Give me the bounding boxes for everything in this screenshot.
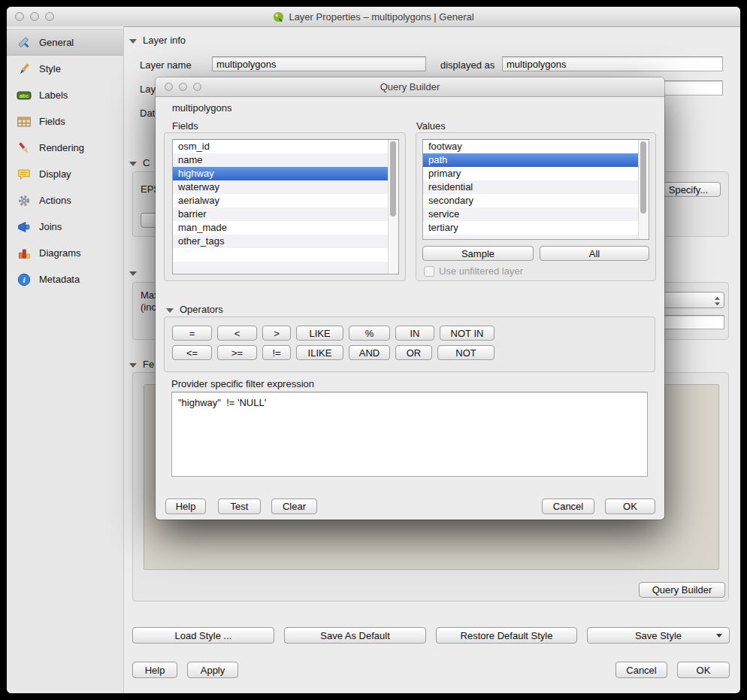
- sidebar-item-label: Fields: [39, 116, 65, 127]
- query-builder-dialog: Query Builder multipolygons Fields osm_i…: [156, 77, 664, 520]
- sidebar-item-display[interactable]: Display: [7, 161, 123, 187]
- operator-button[interactable]: NOT IN: [440, 326, 494, 341]
- labels-icon: abc: [16, 87, 32, 104]
- actions-icon: [16, 192, 32, 209]
- cancel-button[interactable]: Cancel: [615, 662, 667, 678]
- value-row-selected[interactable]: path: [423, 153, 649, 167]
- sidebar-item-label: Style: [39, 63, 61, 74]
- layer-name-input[interactable]: multipolygons: [212, 56, 426, 71]
- layer-info-header[interactable]: Layer info: [129, 35, 186, 46]
- dialog-titlebar[interactable]: Query Builder: [156, 77, 664, 97]
- dialog-ok-button[interactable]: OK: [605, 498, 655, 514]
- field-row[interactable]: barrier: [173, 208, 398, 221]
- window-title: Layer Properties – multipolygons | Gener…: [289, 11, 473, 23]
- scale-visibility-header[interactable]: [129, 270, 137, 276]
- operator-button[interactable]: ILIKE: [296, 345, 343, 360]
- help-button[interactable]: Help: [132, 662, 177, 678]
- operators-row-2: <= >= != ILIKE AND OR NOT: [172, 345, 494, 360]
- collapse-triangle-icon: [129, 363, 137, 368]
- sidebar-item-actions[interactable]: Actions: [7, 187, 123, 214]
- field-row[interactable]: other_tags: [173, 235, 398, 248]
- svg-text:i: i: [23, 275, 25, 284]
- field-row[interactable]: waterway: [173, 180, 398, 194]
- operator-button[interactable]: OR: [395, 345, 432, 360]
- operators-row-1: = < > LIKE % IN NOT IN: [172, 326, 494, 341]
- filter-expression-textarea[interactable]: "highway" != 'NULL': [171, 392, 648, 477]
- checkbox-icon[interactable]: [424, 266, 434, 277]
- operator-button[interactable]: %: [349, 326, 390, 341]
- value-row[interactable]: tertiary: [423, 221, 649, 235]
- sidebar-item-joins[interactable]: Joins: [7, 214, 123, 240]
- style-icon: [16, 61, 32, 77]
- use-unfiltered-checkbox[interactable]: Use unfiltered layer: [424, 265, 523, 277]
- sidebar: General Style abc Labels Fields Renderin…: [7, 26, 124, 693]
- operator-button[interactable]: =: [172, 326, 212, 341]
- field-row[interactable]: name: [173, 153, 398, 167]
- value-row[interactable]: residential: [423, 180, 649, 194]
- load-style-button[interactable]: Load Style ...: [132, 627, 274, 644]
- sidebar-item-diagrams[interactable]: Diagrams: [7, 240, 123, 266]
- window-titlebar[interactable]: Layer Properties – multipolygons | Gener…: [7, 7, 740, 27]
- rendering-icon: [16, 140, 32, 156]
- fields-scrollbar[interactable]: [388, 140, 398, 274]
- apply-button[interactable]: Apply: [187, 662, 238, 678]
- sidebar-item-label: Metadata: [39, 274, 80, 285]
- ok-button[interactable]: OK: [677, 662, 730, 678]
- sidebar-item-label: Rendering: [39, 142, 84, 153]
- dialog-cancel-button[interactable]: Cancel: [542, 498, 594, 514]
- operator-button[interactable]: <=: [172, 345, 212, 360]
- dialog-help-button[interactable]: Help: [165, 498, 206, 514]
- feature-subset-header[interactable]: Fe: [129, 359, 154, 370]
- restore-default-style-button[interactable]: Restore Default Style: [436, 627, 577, 644]
- operator-button[interactable]: !=: [262, 345, 291, 360]
- operator-button[interactable]: AND: [349, 345, 390, 360]
- specify-crs-button[interactable]: Specify...: [656, 182, 721, 197]
- sidebar-item-metadata[interactable]: i Metadata: [7, 266, 123, 292]
- value-row[interactable]: footway: [423, 140, 649, 153]
- operators-group: = < > LIKE % IN NOT IN <= >= != ILIKE AN…: [164, 317, 655, 372]
- dialog-test-button[interactable]: Test: [218, 498, 261, 514]
- value-row[interactable]: service: [423, 208, 649, 221]
- values-scrollbar[interactable]: [638, 140, 649, 239]
- dialog-clear-button[interactable]: Clear: [271, 498, 317, 514]
- operator-button[interactable]: IN: [395, 326, 434, 341]
- operator-button[interactable]: >: [262, 326, 291, 341]
- operator-button[interactable]: <: [217, 326, 257, 341]
- scrollbar-thumb[interactable]: [390, 141, 396, 217]
- sidebar-item-fields[interactable]: Fields: [7, 108, 123, 135]
- section-label: Fe: [143, 359, 154, 370]
- fields-group: osm_id name highway waterway aerialway b…: [164, 132, 406, 281]
- operator-button[interactable]: NOT: [437, 345, 494, 360]
- query-builder-button[interactable]: Query Builder: [639, 582, 725, 598]
- all-button[interactable]: All: [540, 246, 649, 261]
- value-row[interactable]: secondary: [423, 194, 649, 208]
- field-row[interactable]: man_made: [173, 221, 398, 235]
- value-row[interactable]: primary: [423, 167, 649, 180]
- field-row[interactable]: osm_id: [173, 140, 398, 153]
- sidebar-item-label: General: [39, 37, 74, 48]
- operators-header[interactable]: Operators: [166, 304, 223, 315]
- values-list[interactable]: footway path primary residential seconda…: [422, 139, 649, 240]
- operator-button[interactable]: >=: [217, 345, 257, 360]
- sidebar-item-rendering[interactable]: Rendering: [7, 135, 123, 161]
- sidebar-item-labels[interactable]: abc Labels: [7, 82, 123, 108]
- sidebar-item-label: Labels: [39, 89, 68, 101]
- section-label: C: [143, 157, 150, 168]
- scrollbar-thumb[interactable]: [640, 141, 646, 214]
- save-style-dropdown-button[interactable]: Save Style: [587, 627, 730, 644]
- sidebar-item-general[interactable]: General: [7, 29, 123, 56]
- fields-list[interactable]: osm_id name highway waterway aerialway b…: [172, 139, 399, 274]
- sample-button[interactable]: Sample: [422, 246, 534, 261]
- sidebar-item-style[interactable]: Style: [7, 56, 123, 82]
- field-row[interactable]: aerialway: [173, 194, 398, 208]
- operator-button[interactable]: LIKE: [296, 326, 343, 341]
- dialog-layer-name: multipolygons: [172, 102, 232, 114]
- displayed-as-input[interactable]: multipolygons: [502, 56, 723, 71]
- field-row-selected[interactable]: highway: [173, 167, 398, 180]
- fields-icon: [16, 114, 32, 130]
- sidebar-item-label: Actions: [39, 195, 71, 206]
- collapse-triangle-icon: [129, 271, 137, 276]
- crs-header[interactable]: C: [129, 157, 150, 168]
- svg-text:abc: abc: [20, 92, 29, 98]
- save-as-default-button[interactable]: Save As Default: [284, 627, 426, 644]
